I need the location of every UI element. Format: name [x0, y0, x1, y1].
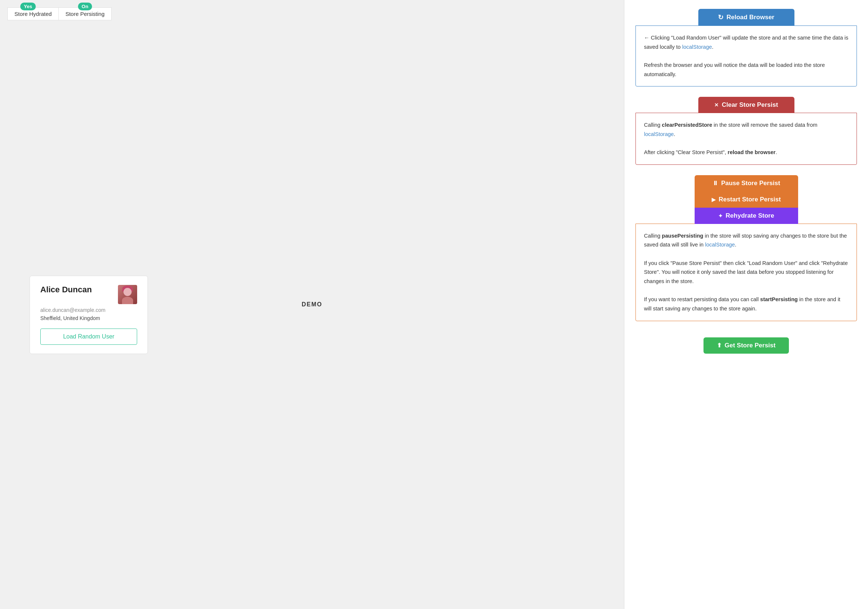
user-card: Alice Duncan alice.duncan@example.com Sh…: [29, 276, 148, 354]
reload-section: Reload Browser ← Clicking "Load Random U…: [636, 9, 857, 87]
clear-info-p2: After clicking "Clear Store Persist", re…: [644, 148, 848, 157]
restart-btn-label: Restart Store Persist: [719, 196, 781, 203]
hydrated-badge: Yes: [20, 3, 36, 10]
user-info: Alice Duncan: [40, 285, 92, 295]
pause-icon: [712, 179, 718, 187]
multi-btn-group: Pause Store Persist Restart Store Persis…: [636, 175, 857, 224]
status-bar: Yes Store Hydrated On Store Persisting: [8, 8, 112, 20]
clear-section: Clear Store Persist Calling clearPersist…: [636, 97, 857, 165]
pause-store-persist-button[interactable]: Pause Store Persist: [694, 175, 798, 192]
get-store-btn-label: Get Store Persist: [725, 342, 776, 349]
rehydrate-icon: [718, 212, 723, 219]
clear-info-p1: Calling clearPersistedStore in the store…: [644, 121, 848, 139]
pause-info-box: Calling pausePersisting in the store wil…: [636, 224, 857, 321]
clear-btn-label: Clear Store Persist: [722, 101, 778, 109]
avatar: [118, 285, 137, 304]
reload-browser-button[interactable]: Reload Browser: [698, 9, 794, 26]
page-container: Yes Store Hydrated On Store Persisting A…: [0, 0, 868, 609]
localstorage-link-2[interactable]: localStorage: [644, 131, 674, 137]
rehydrate-store-button[interactable]: Rehydrate Store: [694, 208, 798, 224]
get-store-persist-button[interactable]: Get Store Persist: [704, 337, 789, 354]
reload-btn-wrapper: Reload Browser: [636, 9, 857, 26]
clear-info-box: Calling clearPersistedStore in the store…: [636, 113, 857, 165]
user-card-header: Alice Duncan: [40, 285, 137, 304]
pause-btn-label: Pause Store Persist: [721, 179, 780, 187]
rehydrate-btn-label: Rehydrate Store: [726, 212, 774, 219]
user-name: Alice Duncan: [40, 285, 92, 295]
get-store-btn-wrapper: Get Store Persist: [636, 337, 857, 354]
reload-btn-label: Reload Browser: [726, 14, 774, 21]
restart-store-persist-button[interactable]: Restart Store Persist: [694, 192, 798, 208]
hydrated-label: Store Hydrated: [14, 11, 52, 17]
store-hydrated-status: Yes Store Hydrated: [8, 8, 59, 20]
localstorage-link-3[interactable]: localStorage: [705, 242, 735, 247]
reload-icon: [718, 13, 724, 22]
store-persisting-status: On Store Persisting: [59, 8, 112, 20]
pause-info-p2: If you click "Pause Store Persist" then …: [644, 259, 848, 286]
clear-store-persist-button[interactable]: Clear Store Persist: [698, 97, 794, 113]
reload-info-box: ← Clicking "Load Random User" will updat…: [636, 25, 857, 87]
play-icon: [711, 196, 716, 203]
user-location: Sheffield, United Kingdom: [40, 315, 137, 321]
clear-btn-wrapper: Clear Store Persist: [636, 97, 857, 113]
right-panel: Reload Browser ← Clicking "Load Random U…: [624, 0, 868, 609]
reload-info-p1: ← Clicking "Load Random User" will updat…: [644, 33, 848, 51]
load-random-user-button[interactable]: Load Random User: [40, 329, 137, 345]
pause-info-p3: If you want to restart persisting data y…: [644, 295, 848, 313]
persisting-label: Store Persisting: [65, 11, 105, 17]
demo-label: DEMO: [302, 301, 322, 308]
pause-info-p1: Calling pausePersisting in the store wil…: [644, 231, 848, 249]
user-email: alice.duncan@example.com: [40, 307, 137, 313]
localstorage-link-1[interactable]: localStorage: [682, 44, 712, 50]
x-icon: [714, 101, 719, 109]
upload-icon: [717, 342, 722, 349]
left-panel: Yes Store Hydrated On Store Persisting A…: [0, 0, 624, 609]
reload-info-p2: Refresh the browser and you will notice …: [644, 60, 848, 79]
persisting-badge: On: [78, 3, 92, 10]
pause-section: Pause Store Persist Restart Store Persis…: [636, 175, 857, 321]
